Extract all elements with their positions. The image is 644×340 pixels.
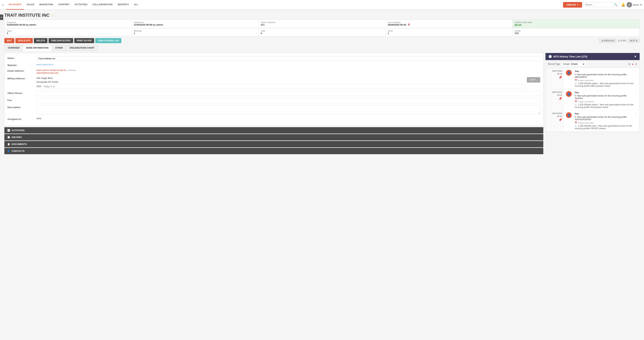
print-as-pdf-button[interactable]: PRINT AS PDF [74,38,94,43]
contacts-icon: 👤 [7,150,10,152]
timeline-date-3: 05/07/2020 09:16 📌 [546,110,564,131]
tab-organisation-chart[interactable]: ORGANISATION CHART [66,45,98,51]
assigned-value: chris [36,117,540,120]
office-phone-value [36,91,540,96]
favorite-star-icon[interactable]: ☆ [51,13,54,18]
check-icon-1: ☑ [575,82,577,85]
view-change-log-button[interactable]: VIEW CHANGE LOG [95,38,121,43]
timeline-area: 05/07/2020 09:16 📌 👤 You ✏ New auto-gene… [546,68,640,132]
record-type-dropdown[interactable]: Emails Calls Meetings [570,63,585,66]
columns-icon[interactable]: ⊞ [628,63,630,66]
card-header-1: 👤 You ✏ New auto-generated invoice for t… [566,70,637,87]
history-section[interactable]: 🕐 HISTORY [4,134,543,140]
nav-marketing[interactable]: MARKETING [37,0,56,10]
meta-icon-1: 📅 [575,79,577,81]
next-button[interactable]: NEXT ► [628,39,640,43]
sidebar-toggle[interactable]: ► [0,15,3,20]
timeline-date-1: 05/07/2020 09:16 📌 [546,68,564,89]
record-icons: ⊞ ● ☰ [628,63,637,66]
billing-value: 345 Sugar Blvd. Sunnyvale NY 52331 USA [36,76,526,89]
find-duplicates-button[interactable]: FIND DUPLICATES [48,38,73,43]
timeline-card-1: 👤 You ✏ New auto-generated invoice for t… [564,68,640,89]
website-value[interactable]: www.salesinfo.it [36,63,540,67]
info-grid-row2: Tasks 3 Meetings 1 Calls 0 Notes 1 Email… [4,28,640,36]
nav-reports[interactable]: REPORTS [115,0,132,10]
notes-value: 1 [388,32,510,35]
nav-support[interactable]: SUPPORT [56,0,72,10]
nav-all[interactable]: ALL [132,0,141,10]
list-icon[interactable]: ☰ [635,63,637,66]
timeline-item: 05/07/2020 09:16 📌 👤 You ✏ New auto-gene… [546,68,640,89]
pin-icon-2: 📌 [558,97,562,100]
name-value [36,56,540,61]
tab-other[interactable]: OTHER [52,45,66,51]
name-input[interactable] [36,56,540,61]
card-user-3: You [575,112,634,115]
notifications-icon[interactable]: 🔔 [621,3,625,7]
contacts-section[interactable]: 👤 CONTACTS [4,148,543,154]
updated-label: Updated at [134,21,256,23]
meetings-label: Meetings [134,30,256,32]
record-type-select[interactable]: Emails Emails Calls Meetings [562,62,586,66]
page-title: TRAIT INSTITUTE INC [4,13,50,18]
search-input[interactable] [585,4,614,6]
previous-button[interactable]: ◄ PREVIOUS [599,39,616,43]
create-label: CREATE [566,4,576,6]
card-body-2: You ✏ New auto-generated invoice for the… [575,91,634,108]
description-value [36,105,540,115]
timeline-header: 🕐 MTS History Time Line (273) ▼ [546,53,640,60]
nav-activities[interactable]: ACTIVITIES [72,0,90,10]
card-header-2: 👤 You ✏ New auto-generated invoice for t… [566,91,637,108]
admin-area[interactable]: A admin ▼ [626,2,642,8]
activities-section[interactable]: 📈 ACTIVITIES [4,127,543,133]
billing-country: USA [36,85,41,88]
email-primary[interactable]: beans.phone.info@example.tw [36,69,66,72]
two-col-layout: Name: Website: www.salesinfo.it Email Ad… [4,53,640,155]
nav-items: ACCOUNTS SALES MARKETING SUPPORT ACTIVIT… [6,0,563,10]
copy-button[interactable]: COPY... [527,77,540,83]
home-icon[interactable]: ⌂ [2,3,4,7]
website-row: Website: www.salesinfo.it [8,63,540,67]
tab-bar: OVERVIEW MORE INFORMATION OTHER ORGANISA… [4,45,640,51]
fax-value [36,98,540,103]
card-body-text-2: 1,200.00Hello admin , New auto-generated… [575,103,634,108]
fax-input[interactable] [36,98,540,103]
delete-button[interactable]: DELETE [34,38,48,43]
emails-label: Emails [515,30,637,32]
documents-icon: 📋 [7,143,10,145]
office-phone-row: Office Phone: [8,91,540,96]
activities-label: ACTIVITIES [12,129,25,132]
billing-street: 345 Sugar Blvd. [36,76,526,80]
action-bar: EDIT DUPLICATE DELETE FIND DUPLICATES PR… [4,38,640,43]
card-menu-2[interactable]: ⋮ [634,91,637,95]
record-type-bar: Record Type Emails Emails Calls Meetings… [546,60,640,68]
billing-location-input[interactable] [42,84,526,89]
card-menu-3[interactable]: ⋮ [634,112,637,116]
meetings-cell: Meetings 1 [132,28,258,36]
admin-label: admin [633,4,639,6]
duplicate-button[interactable]: DUPLICATE [16,38,33,43]
nav-accounts[interactable]: ACCOUNTS [6,0,24,10]
card-text-1: ☑ 2,400.00Hello admin , New auto-generat… [575,82,634,87]
office-phone-input[interactable] [36,91,540,96]
tab-more-information[interactable]: MORE INFORMATION [23,45,52,51]
documents-section[interactable]: 📋 DOCUMENTS [4,141,543,147]
card-meta-1: 📅 6 days untouched [575,79,634,81]
timeline-time-value-3: 09:16 [557,115,562,117]
filter-icon[interactable]: ● [632,63,634,66]
lifetime-sales-cell: Lifetime sales value $0.00 [512,20,640,28]
timeline-expand-icon[interactable]: ▼ [634,55,637,58]
record-type-value: Emails [563,63,570,65]
create-button[interactable]: CREATE ▼ [563,2,582,8]
nav-collaboration[interactable]: COLLABORATION [90,0,115,10]
nav-sales[interactable]: SALES [24,0,37,10]
description-textarea[interactable] [36,105,540,114]
email-secondary[interactable]: sales84@example.edu [36,72,58,74]
search-box: 🔍 [584,2,620,7]
edit-button[interactable]: EDIT [4,38,14,43]
right-col: 🕐 MTS History Time Line (273) ▼ Record T… [546,53,640,155]
description-row: Description: [8,105,540,115]
tab-overview[interactable]: OVERVIEW [4,45,23,51]
search-icon[interactable]: 🔍 [614,3,617,6]
card-menu-1[interactable]: ⋮ [634,70,637,74]
